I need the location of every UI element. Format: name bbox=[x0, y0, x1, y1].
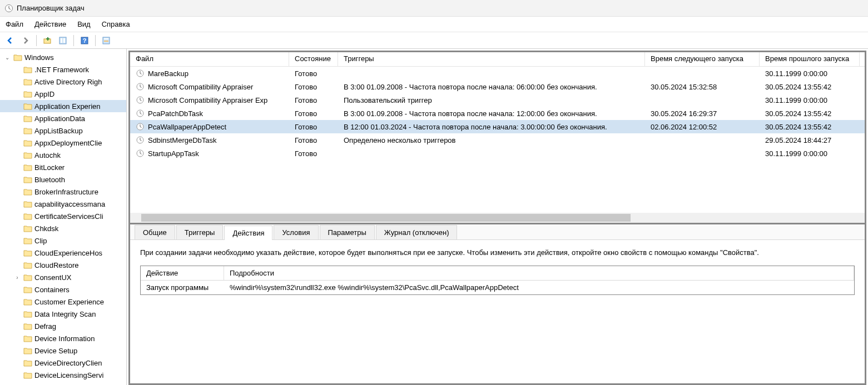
tree-item[interactable]: Clip bbox=[0, 234, 126, 247]
col-action[interactable]: Действие bbox=[141, 266, 224, 280]
tree-item[interactable]: CertificateServicesCli bbox=[0, 210, 126, 222]
col-triggers[interactable]: Триггеры bbox=[338, 52, 645, 66]
menu-help[interactable]: Справка bbox=[102, 20, 130, 28]
detail-tab[interactable]: Действия bbox=[224, 226, 272, 240]
folder-icon bbox=[23, 273, 32, 281]
tree-root-windows[interactable]: ⌄Windows bbox=[0, 51, 126, 63]
task-trigger-cell: В 3:00 01.09.2008 - Частота повтора посл… bbox=[338, 108, 645, 119]
nav-back-button[interactable] bbox=[3, 34, 17, 47]
toolbar: ? bbox=[0, 32, 868, 49]
task-state-cell: Готово bbox=[289, 122, 338, 132]
tree-item[interactable]: Device Information bbox=[0, 332, 126, 344]
task-next-cell bbox=[645, 152, 760, 154]
scroll-thumb[interactable] bbox=[141, 214, 631, 222]
tree-item[interactable]: Customer Experience bbox=[0, 296, 126, 308]
tree-label: capabilityaccessmana bbox=[34, 200, 105, 208]
col-details[interactable]: Подробности bbox=[224, 266, 854, 280]
toolbar-separator bbox=[36, 35, 37, 46]
task-list-body[interactable]: MareBackupГотово30.11.1999 0:00:00Micros… bbox=[130, 67, 865, 213]
detail-tab[interactable]: Журнал (отключен) bbox=[376, 225, 458, 239]
menu-bar: Файл Действие Вид Справка bbox=[0, 17, 868, 32]
toolbar-view1-icon[interactable] bbox=[56, 34, 70, 47]
tree-label: DeviceLicensingServi bbox=[34, 371, 103, 379]
tree-item[interactable]: ›ConsentUX bbox=[0, 271, 126, 283]
menu-view[interactable]: Вид bbox=[77, 20, 91, 28]
folder-icon bbox=[23, 90, 32, 98]
task-row[interactable]: PcaPatchDbTaskГотовоВ 3:00 01.09.2008 - … bbox=[130, 107, 865, 120]
tree-item[interactable]: Device Setup bbox=[0, 344, 126, 357]
tree-item[interactable]: ApplicationData bbox=[0, 112, 126, 124]
detail-tab[interactable]: Условия bbox=[274, 225, 318, 239]
task-next-cell bbox=[645, 139, 760, 141]
tree-item[interactable]: Active Directory Righ bbox=[0, 76, 126, 88]
task-last-cell: 30.11.1999 0:00:00 bbox=[760, 95, 860, 106]
tree-panel[interactable]: ⌄Windows.NET FrameworkActive Directory R… bbox=[0, 49, 127, 385]
tree-item[interactable]: Bluetooth bbox=[0, 173, 126, 186]
detail-tabs: ОбщиеТриггерыДействияУсловияПараметрыЖур… bbox=[130, 224, 865, 240]
folder-icon bbox=[23, 298, 32, 306]
toolbar-help-icon[interactable]: ? bbox=[78, 34, 91, 47]
tree-label: AppID bbox=[34, 90, 54, 98]
detail-tab[interactable]: Триггеры bbox=[176, 225, 224, 239]
action-type-cell: Запуск программы bbox=[141, 281, 224, 294]
tree-item[interactable]: Autochk bbox=[0, 149, 126, 161]
tree-item[interactable]: DeviceLicensingServi bbox=[0, 369, 126, 381]
folder-icon bbox=[23, 200, 32, 208]
task-name-cell: SdbinstMergeDbTask bbox=[130, 134, 289, 146]
folder-icon bbox=[23, 237, 32, 244]
col-next-run[interactable]: Время следующего запуска bbox=[645, 52, 760, 66]
menu-action[interactable]: Действие bbox=[34, 20, 66, 28]
tree-label: Containers bbox=[34, 286, 70, 294]
right-panel: Файл Состояние Триггеры Время следующего… bbox=[128, 51, 866, 385]
tree-label: ApplicationData bbox=[34, 114, 85, 123]
nav-forward-button[interactable] bbox=[19, 34, 32, 47]
tree-item[interactable]: DeviceDirectoryClien bbox=[0, 357, 126, 369]
tree-label: Defrag bbox=[34, 322, 56, 331]
task-row[interactable]: SdbinstMergeDbTaskГотовоОпределено неско… bbox=[130, 133, 865, 147]
tree-item[interactable]: .NET Framework bbox=[0, 63, 126, 76]
tree-item[interactable]: Chkdsk bbox=[0, 222, 126, 234]
folder-icon bbox=[23, 261, 32, 269]
tree-label: Device Information bbox=[34, 334, 95, 343]
tree-label: Application Experien bbox=[34, 102, 101, 111]
task-row[interactable]: StartupAppTaskГотово30.11.1999 0:00:00 bbox=[130, 147, 865, 160]
tree-item[interactable]: AppListBackup bbox=[0, 124, 126, 137]
task-row[interactable]: PcaWallpaperAppDetectГотовоВ 12:00 01.03… bbox=[130, 120, 865, 133]
tab-description: При создании задачи необходимо указать д… bbox=[140, 248, 855, 258]
toolbar-view2-icon[interactable] bbox=[100, 34, 113, 47]
expand-icon[interactable]: › bbox=[13, 274, 21, 281]
folder-icon bbox=[23, 322, 32, 330]
task-row[interactable]: Microsoft Compatibility Appraiser ExpГот… bbox=[130, 93, 865, 107]
detail-tab[interactable]: Параметры bbox=[320, 225, 375, 239]
tree-item[interactable]: BrokerInfrastructure bbox=[0, 186, 126, 198]
task-last-cell: 30.05.2024 13:55:42 bbox=[760, 122, 860, 132]
tree-item[interactable]: Defrag bbox=[0, 320, 126, 332]
tree-item[interactable]: Containers bbox=[0, 283, 126, 296]
folder-icon bbox=[23, 176, 32, 183]
collapse-icon[interactable]: ⌄ bbox=[3, 54, 11, 61]
task-row[interactable]: Microsoft Compatibility AppraiserГотовоВ… bbox=[130, 80, 865, 93]
tree-item[interactable]: AppxDeploymentClie bbox=[0, 137, 126, 149]
tree-item[interactable]: Data Integrity Scan bbox=[0, 308, 126, 320]
task-row[interactable]: MareBackupГотово30.11.1999 0:00:00 bbox=[130, 67, 865, 80]
tree-item[interactable]: Application Experien bbox=[0, 100, 126, 112]
detail-tab[interactable]: Общие bbox=[135, 225, 175, 239]
folder-icon bbox=[23, 66, 32, 73]
tree-item[interactable]: capabilityaccessmana bbox=[0, 198, 126, 210]
col-file[interactable]: Файл bbox=[130, 52, 289, 66]
toolbar-new-folder-icon[interactable] bbox=[41, 34, 54, 47]
action-row[interactable]: Запуск программы%windir%\system32\rundll… bbox=[141, 281, 854, 294]
svg-text:?: ? bbox=[83, 37, 87, 44]
col-last-run[interactable]: Время прошлого запуска bbox=[760, 52, 860, 66]
task-name-cell: Microsoft Compatibility Appraiser Exp bbox=[130, 94, 289, 106]
tree-item[interactable]: AppID bbox=[0, 88, 126, 100]
task-last-cell: 30.05.2024 13:55:42 bbox=[760, 108, 860, 119]
tree-item[interactable]: CloudRestore bbox=[0, 259, 126, 271]
folder-icon bbox=[23, 188, 32, 196]
tree-label: Clip bbox=[34, 237, 47, 245]
col-state[interactable]: Состояние bbox=[289, 52, 338, 66]
tree-item[interactable]: CloudExperienceHos bbox=[0, 247, 126, 259]
horizontal-scrollbar[interactable] bbox=[130, 213, 865, 223]
tree-item[interactable]: BitLocker bbox=[0, 161, 126, 173]
menu-file[interactable]: Файл bbox=[6, 20, 23, 28]
